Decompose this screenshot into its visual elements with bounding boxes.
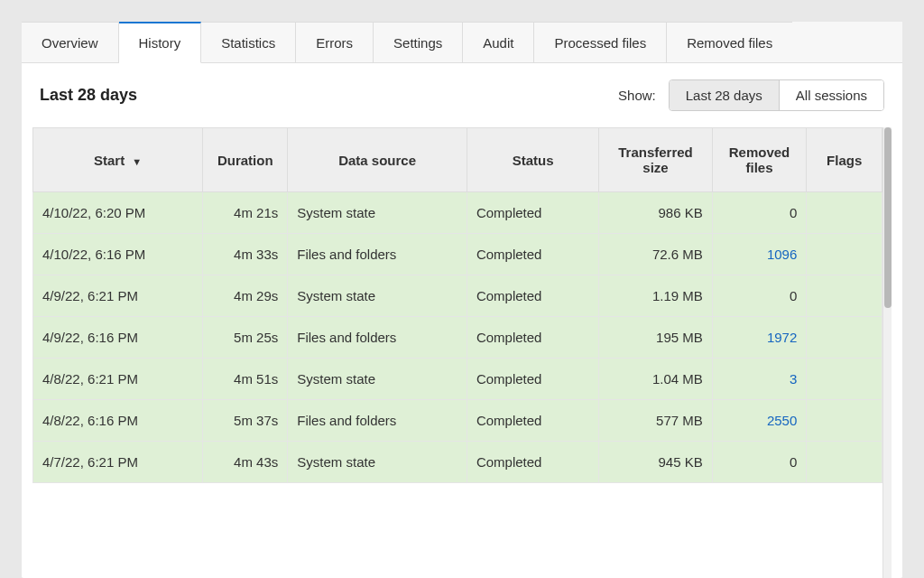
tab-removed-files[interactable]: Removed files [667,22,792,62]
cell-removed[interactable]: 1096 [712,234,807,275]
cell-start: 4/9/22, 6:21 PM [33,275,203,317]
table-row[interactable]: 4/9/22, 6:21 PM4m 29sSystem stateComplet… [33,275,882,317]
tab-errors[interactable]: Errors [296,22,374,62]
tab-history[interactable]: History [119,22,202,63]
cell-flags [807,275,882,317]
cell-removed: 0 [712,275,807,317]
tab-bar: OverviewHistoryStatisticsErrorsSettingsA… [22,22,902,63]
col-header-removed[interactable]: Removed files [712,128,807,192]
sort-desc-icon: ▼ [132,156,142,167]
col-header-flags[interactable]: Flags [807,128,882,192]
cell-source: Files and folders [288,234,467,275]
cell-size: 986 KB [599,192,712,234]
col-header-duration[interactable]: Duration [203,128,288,192]
cell-source: System state [288,359,467,400]
cell-duration: 4m 29s [203,275,288,317]
cell-start: 4/8/22, 6:16 PM [33,400,203,442]
cell-start: 4/7/22, 6:21 PM [33,442,203,483]
filter-option-all-sessions[interactable]: All sessions [779,80,883,110]
cell-size: 72.6 MB [599,234,712,275]
cell-duration: 4m 33s [203,234,288,275]
table-row[interactable]: 4/8/22, 6:16 PM5m 37sFiles and foldersCo… [33,400,882,442]
header-row: Start ▼ Duration Data source Status Tran… [33,128,882,192]
filter-option-last-28-days[interactable]: Last 28 days [670,80,779,110]
cell-size: 1.19 MB [599,275,712,317]
cell-removed: 0 [712,442,807,483]
cell-removed[interactable]: 2550 [712,400,807,442]
table-row[interactable]: 4/9/22, 6:16 PM5m 25sFiles and foldersCo… [33,317,882,359]
cell-status: Completed [467,400,598,442]
cell-source: System state [288,442,467,483]
cell-duration: 5m 25s [203,317,288,359]
cell-removed: 0 [712,192,807,234]
cell-source: System state [288,275,467,317]
cell-removed[interactable]: 3 [712,359,807,400]
cell-duration: 5m 37s [203,400,288,442]
col-header-source[interactable]: Data source [288,128,467,192]
cell-size: 945 KB [599,442,712,483]
cell-start: 4/10/22, 6:16 PM [33,234,203,275]
history-table: Start ▼ Duration Data source Status Tran… [32,127,882,483]
cell-start: 4/10/22, 6:20 PM [33,192,203,234]
tab-settings[interactable]: Settings [374,22,463,62]
cell-flags [807,442,882,483]
filter-group: Show: Last 28 daysAll sessions [618,79,884,111]
scrollbar-track[interactable] [882,127,892,578]
cell-size: 195 MB [599,317,712,359]
filter-segmented: Last 28 daysAll sessions [669,79,884,111]
cell-duration: 4m 21s [203,192,288,234]
cell-removed-link[interactable]: 3 [790,371,797,387]
cell-removed[interactable]: 1972 [712,317,807,359]
cell-status: Completed [467,275,598,317]
cell-removed-link[interactable]: 1096 [767,247,797,262]
table-row[interactable]: 4/10/22, 6:20 PM4m 21sSystem stateComple… [33,192,882,234]
cell-flags [807,234,882,275]
table-row[interactable]: 4/8/22, 6:21 PM4m 51sSystem stateComplet… [33,359,882,400]
cell-start: 4/8/22, 6:21 PM [33,359,203,400]
cell-removed-link[interactable]: 2550 [767,413,797,428]
cell-source: Files and folders [288,400,467,442]
col-header-status[interactable]: Status [467,128,598,192]
cell-duration: 4m 43s [203,442,288,483]
table-row[interactable]: 4/7/22, 6:21 PM4m 43sSystem stateComplet… [33,442,882,483]
tab-processed-files[interactable]: Processed files [534,22,667,62]
cell-status: Completed [467,317,598,359]
cell-duration: 4m 51s [203,359,288,400]
tab-audit[interactable]: Audit [463,22,534,62]
cell-flags [807,192,882,234]
toolbar: Last 28 days Show: Last 28 daysAll sessi… [22,63,902,127]
tab-overview[interactable]: Overview [22,22,119,62]
table-container: Start ▼ Duration Data source Status Tran… [32,127,892,578]
col-header-start-label: Start [94,153,125,168]
cell-flags [807,400,882,442]
cell-status: Completed [467,192,598,234]
filter-label: Show: [618,88,656,103]
cell-size: 577 MB [599,400,712,442]
cell-status: Completed [467,359,598,400]
history-panel: OverviewHistoryStatisticsErrorsSettingsA… [22,22,902,578]
table-row[interactable]: 4/10/22, 6:16 PM4m 33sFiles and foldersC… [33,234,882,275]
cell-status: Completed [467,442,598,483]
cell-removed-link[interactable]: 1972 [767,330,797,345]
scrollbar-thumb[interactable] [884,127,892,308]
cell-status: Completed [467,234,598,275]
tab-statistics[interactable]: Statistics [201,22,296,62]
cell-source: System state [288,192,467,234]
section-title: Last 28 days [40,86,137,105]
col-header-start[interactable]: Start ▼ [33,128,203,192]
cell-size: 1.04 MB [599,359,712,400]
cell-source: Files and folders [288,317,467,359]
cell-flags [807,317,882,359]
col-header-size[interactable]: Transferred size [599,128,712,192]
cell-start: 4/9/22, 6:16 PM [33,317,203,359]
cell-flags [807,359,882,400]
